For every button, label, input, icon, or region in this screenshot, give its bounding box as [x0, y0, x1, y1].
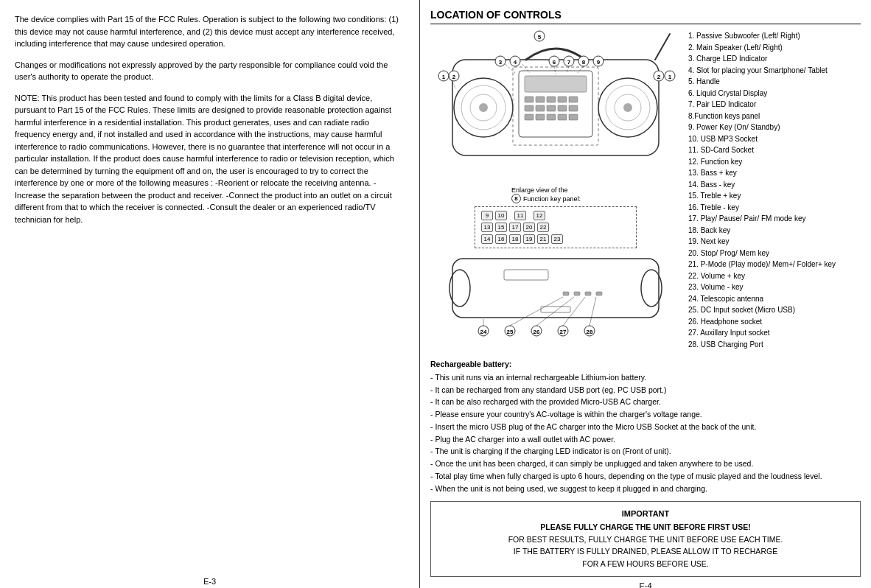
svg-text:1: 1 [442, 74, 446, 80]
control-item-19: 19. Next key [688, 236, 861, 248]
diagram-column: 1 2 3 4 5 6 [430, 30, 681, 350]
control-item-23: 23. Volume - key [688, 281, 861, 293]
control-item-6: 6. Liquid Crystal Display [688, 88, 861, 99]
controls-list-column: 1. Passive Subwoofer (Left/ Right) 2. Ma… [688, 30, 861, 350]
recharge-item-3: - It can be also recharged with the prov… [430, 396, 861, 408]
important-title: IMPORTANT [440, 508, 851, 521]
svg-text:25: 25 [507, 329, 514, 335]
recharge-item-9: - Total play time when fully charged is … [430, 471, 861, 483]
svg-rect-23 [547, 114, 556, 120]
control-item-26: 26. Headphone socket [688, 316, 861, 328]
important-line-2: IF THE BATTERY IS FULLY DRAINED, PLEASE … [440, 545, 851, 558]
control-item-12: 12. Function key [688, 156, 861, 168]
svg-rect-25 [569, 114, 578, 120]
svg-rect-62 [574, 292, 580, 295]
control-item-4: 4. Slot for placing your Smartphone/ Tab… [688, 65, 861, 77]
control-item-14: 14. Bass - key [688, 179, 861, 191]
svg-rect-15 [569, 97, 578, 102]
control-item-3: 3. Charge LED Indicator [688, 53, 861, 65]
important-line-3: FOR A FEW HOURS BEFORE USE. [440, 558, 851, 570]
left-text-content: The device complies with Part 15 of the … [15, 13, 405, 234]
svg-text:2: 2 [452, 74, 456, 80]
control-item-22: 22. Volume + key [688, 270, 861, 282]
controls-list: 1. Passive Subwoofer (Left/ Right) 2. Ma… [688, 30, 861, 350]
control-item-16: 16. Treble - key [688, 202, 861, 214]
recharge-item-2: - It can be recharged from any standard … [430, 385, 861, 396]
rechargeable-battery-section: Rechargeable battery: - This unit runs v… [430, 359, 861, 495]
control-item-5: 5. Handle [688, 76, 861, 88]
keypad-enlarged-diagram: 9 10 11 12 13 15 17 20 22 [475, 206, 637, 248]
control-item-28: 28. USB Charging Port [688, 339, 861, 351]
svg-rect-12 [536, 97, 545, 102]
important-subtitle: PLEASE FULLY CHARGE THE UNIT BEFORE FIRS… [440, 521, 851, 533]
svg-text:28: 28 [587, 329, 593, 335]
important-line-1: FOR BEST RESULTS, FULLY CHARGE THE UNIT … [440, 533, 851, 546]
important-notice-box: IMPORTANT PLEASE FULLY CHARGE THE UNIT B… [430, 501, 861, 577]
svg-rect-60 [541, 307, 570, 312]
class-b-note-text: NOTE: This product has been tested and f… [15, 92, 405, 226]
control-item-11: 11. SD-Card Socket [688, 144, 861, 156]
svg-text:26: 26 [534, 329, 540, 335]
control-item-27: 27. Auxillary Input socket [688, 327, 861, 339]
svg-rect-11 [525, 97, 534, 102]
svg-text:1: 1 [668, 74, 672, 80]
svg-text:9: 9 [597, 59, 601, 66]
control-item-7: 7. Pair LED Indicator [688, 99, 861, 111]
boombox-bottom-svg: 24 25 26 27 28 [430, 251, 681, 340]
svg-rect-63 [585, 292, 591, 295]
svg-text:2: 2 [657, 74, 661, 80]
rechargeable-title: Rechargeable battery: [430, 359, 861, 371]
control-item-24: 24. Telescopic antenna [688, 293, 861, 305]
control-item-10: 10. USB MP3 Socket [688, 133, 861, 145]
svg-text:8: 8 [582, 59, 586, 66]
boombox-top-svg: 1 2 3 4 5 6 [430, 30, 681, 200]
control-item-15: 15. Treble + key [688, 190, 861, 202]
svg-rect-21 [525, 114, 534, 120]
svg-point-8 [623, 103, 632, 112]
modifications-text: Changes or modifications not expressly a… [15, 59, 405, 83]
svg-text:4: 4 [514, 59, 517, 66]
recharge-item-7: - The unit is charging if the charging L… [430, 446, 861, 458]
control-item-1: 1. Passive Subwoofer (Left/ Right) [688, 30, 861, 42]
recharge-item-6: - Plug the AC charger into a wall outlet… [430, 434, 861, 446]
control-item-18: 18. Back key [688, 225, 861, 237]
svg-rect-61 [563, 292, 569, 295]
recharge-item-10: - When the unit is not being used, we su… [430, 483, 861, 495]
svg-text:24: 24 [480, 329, 487, 335]
svg-text:27: 27 [560, 329, 567, 335]
recharge-item-8: - Once the unit has been charged, it can… [430, 458, 861, 470]
svg-text:5: 5 [538, 34, 542, 41]
recharge-item-1: - This unit runs via an internal recharg… [430, 372, 861, 384]
control-item-21: 21. P-Mode (Play mode)/ Mem+/ Folder+ ke… [688, 259, 861, 270]
svg-rect-18 [547, 105, 556, 111]
recharge-item-4: - Please ensure your country's AC-voltag… [430, 409, 861, 421]
recharge-item-5: - Insert the micro USB plug of the AC ch… [430, 421, 861, 433]
svg-rect-64 [596, 292, 602, 295]
left-page-number: E-3 [15, 571, 405, 586]
svg-rect-17 [536, 105, 545, 111]
control-item-17: 17. Play/ Pause/ Pair/ FM mode key [688, 213, 861, 225]
svg-point-4 [479, 103, 488, 112]
svg-line-26 [655, 34, 670, 60]
svg-text:3: 3 [499, 59, 503, 66]
svg-rect-14 [558, 97, 567, 102]
control-item-20: 20. Stop/ Prog/ Mem key [688, 248, 861, 259]
boombox-top-diagram: 1 2 3 4 5 6 [430, 30, 681, 341]
control-item-13: 13. Bass + key [688, 167, 861, 179]
svg-rect-20 [569, 105, 578, 111]
enlarge-label: Enlarge view of the 8 Function key panel… [511, 186, 681, 203]
diagram-and-list: 1 2 3 4 5 6 [430, 30, 861, 350]
control-item-25: 25. DC Input socket (Micro USB) [688, 304, 861, 316]
control-item-2: 2. Main Speaker (Left/ Right) [688, 42, 861, 54]
fcc-compliance-text: The device complies with Part 15 of the … [15, 13, 405, 50]
svg-text:7: 7 [567, 59, 571, 66]
svg-rect-16 [525, 105, 534, 111]
svg-line-47 [522, 64, 530, 73]
left-panel: The device complies with Part 15 of the … [0, 0, 420, 588]
section-title: LOCATION OF CONTROLS [430, 9, 861, 24]
svg-text:6: 6 [553, 59, 556, 66]
svg-line-79 [590, 297, 596, 326]
svg-rect-13 [547, 97, 556, 102]
right-page-number: E-4 [430, 577, 861, 588]
svg-rect-10 [525, 76, 587, 92]
